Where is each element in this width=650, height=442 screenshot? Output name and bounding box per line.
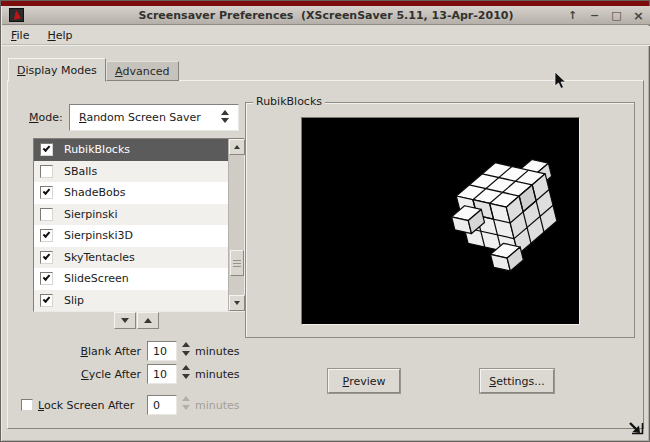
list-item-label: Slip: [64, 294, 84, 307]
close-button[interactable]: ×: [631, 8, 646, 23]
screensaver-list-frame: RubikBlocksSBallsShadeBobsSierpinskiSier…: [33, 138, 245, 312]
check-icon: [43, 144, 51, 152]
blank-after-input[interactable]: 10: [147, 341, 177, 361]
lock-after-unit: minutes: [195, 399, 240, 412]
shade-button[interactable]: ↑: [565, 8, 580, 23]
list-item[interactable]: SBalls: [34, 161, 228, 183]
list-item-label: SkyTentacles: [64, 251, 135, 264]
list-item[interactable]: RubikBlocks: [34, 139, 228, 161]
move-up-button[interactable]: [137, 312, 159, 329]
move-down-button[interactable]: [114, 312, 136, 329]
lock-after-input[interactable]: 0: [147, 395, 177, 415]
maximize-button[interactable]: □: [609, 8, 624, 23]
preview-frame: RubikBlocks: [245, 102, 635, 338]
scroll-up-button[interactable]: [229, 139, 245, 155]
scroll-down-button[interactable]: [229, 295, 245, 311]
resize-corner-icon: [627, 418, 646, 437]
blank-after-stepper[interactable]: [182, 342, 192, 356]
lock-screen-label: Lock Screen After: [38, 399, 134, 412]
check-icon: [43, 295, 51, 303]
mode-select[interactable]: Random Screen Saver: [69, 104, 239, 131]
xscreensaver-window: Screensaver Preferences (XScreenSaver 5.…: [0, 0, 650, 442]
check-icon: [43, 252, 51, 260]
rubik-blocks-graphic: [448, 142, 574, 274]
arrow-down-icon: [121, 318, 129, 323]
preview-screen: [301, 117, 580, 325]
window-title: Screensaver Preferences (XScreenSaver 5.…: [2, 9, 650, 22]
checkbox-checked-icon[interactable]: [40, 186, 53, 199]
screensaver-list: RubikBlocksSBallsShadeBobsSierpinskiSier…: [34, 139, 228, 311]
menu-file[interactable]: File: [2, 27, 38, 44]
list-item-label: Sierpinski3D: [64, 229, 133, 242]
arrow-up-icon: [234, 145, 240, 149]
minimize-button[interactable]: −: [587, 8, 602, 23]
check-icon: [43, 273, 51, 281]
checkbox-checked-icon[interactable]: [40, 294, 53, 307]
preview-button[interactable]: Preview: [328, 369, 400, 393]
list-item[interactable]: Sierpinski3D: [34, 225, 228, 247]
blank-after-value: 10: [153, 345, 167, 358]
check-icon: [43, 187, 51, 195]
menu-help[interactable]: Help: [38, 27, 81, 44]
cycle-after-value: 10: [153, 368, 167, 381]
list-item[interactable]: Slip: [34, 290, 228, 312]
mode-value: Random Screen Saver: [79, 111, 201, 124]
lock-after-value: 0: [153, 399, 160, 412]
blank-after-label: Blank After: [31, 345, 141, 358]
checkbox-checked-icon[interactable]: [40, 143, 53, 156]
mode-label: Mode:: [29, 111, 63, 124]
arrow-up-icon: [144, 318, 152, 323]
updown-stepper-icon: [221, 110, 231, 123]
mouse-pointer-icon: [554, 71, 567, 90]
menubar: File Help: [2, 26, 650, 45]
list-item-label: SBalls: [64, 165, 97, 178]
cycle-after-stepper[interactable]: [182, 365, 192, 379]
list-scrollbar[interactable]: [228, 139, 244, 311]
window-controls: ↑ − □ ×: [565, 6, 646, 25]
preview-frame-legend: RubikBlocks: [253, 95, 325, 108]
app-icon: [9, 8, 24, 22]
checkbox-checked-icon[interactable]: [40, 229, 53, 242]
list-item-label: Sierpinski: [64, 208, 118, 221]
list-item-label: SlideScreen: [64, 272, 129, 285]
checkbox-unchecked-icon[interactable]: [40, 208, 53, 221]
scrollbar-thumb[interactable]: [230, 250, 244, 276]
cycle-after-unit: minutes: [195, 368, 240, 381]
tab-display-modes[interactable]: Display Modes: [8, 58, 106, 82]
list-item[interactable]: Sierpinski: [34, 204, 228, 226]
lock-screen-checkbox[interactable]: [21, 399, 33, 411]
list-item[interactable]: ShadeBobs: [34, 182, 228, 204]
arrow-down-icon: [234, 301, 240, 305]
list-item-label: RubikBlocks: [64, 143, 130, 156]
check-icon: [43, 230, 51, 238]
settings-button[interactable]: Settings...: [480, 369, 554, 393]
thumb-grip-icon: [233, 260, 241, 268]
titlebar[interactable]: Screensaver Preferences (XScreenSaver 5.…: [2, 6, 650, 25]
checkbox-checked-icon[interactable]: [40, 251, 53, 264]
list-item[interactable]: SkyTentacles: [34, 247, 228, 269]
list-item[interactable]: SlideScreen: [34, 268, 228, 290]
lock-after-stepper: [182, 396, 192, 410]
cycle-after-input[interactable]: 10: [147, 364, 177, 384]
cycle-after-label: Cycle After: [31, 368, 141, 381]
list-item-label: ShadeBobs: [64, 186, 125, 199]
checkbox-checked-icon[interactable]: [40, 272, 53, 285]
blank-after-unit: minutes: [195, 345, 240, 358]
checkbox-unchecked-icon[interactable]: [40, 165, 53, 178]
flame-icon: [12, 9, 21, 19]
tab-advanced[interactable]: Advanced: [106, 61, 179, 81]
